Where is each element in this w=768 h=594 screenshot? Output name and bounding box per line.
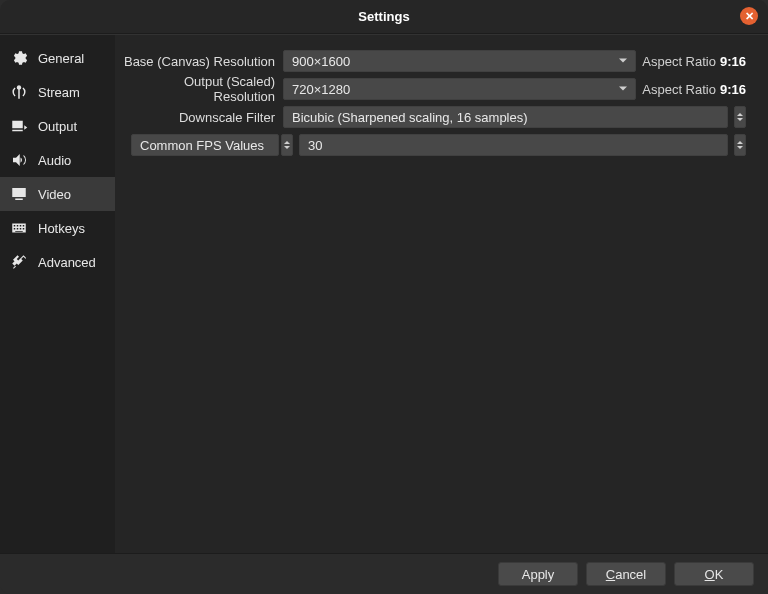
- sidebar-item-label: Audio: [38, 153, 71, 168]
- fps-value: 30: [308, 138, 322, 153]
- dialog-footer: Apply Cancel OK: [0, 554, 768, 594]
- base-resolution-label: Base (Canvas) Resolution: [123, 54, 283, 69]
- sidebar-item-output[interactable]: Output: [0, 109, 115, 143]
- downscale-filter-select[interactable]: Bicubic (Sharpened scaling, 16 samples): [283, 106, 728, 128]
- output-resolution-combo[interactable]: 720×1280: [283, 78, 636, 100]
- sidebar: General Stream Output Audio Video: [0, 35, 115, 553]
- speaker-icon: [8, 149, 30, 171]
- fps-mode-stepper[interactable]: [281, 134, 293, 156]
- fps-mode-value: Common FPS Values: [140, 138, 264, 153]
- sidebar-item-label: Stream: [38, 85, 80, 100]
- sidebar-item-advanced[interactable]: Advanced: [0, 245, 115, 279]
- aspect-ratio-label: Aspect Ratio: [642, 82, 716, 97]
- gear-icon: [8, 47, 30, 69]
- antenna-icon: [8, 81, 30, 103]
- fps-mode-select[interactable]: Common FPS Values: [131, 134, 279, 156]
- dialog-body: General Stream Output Audio Video: [0, 34, 768, 554]
- sidebar-item-general[interactable]: General: [0, 41, 115, 75]
- sidebar-item-label: Advanced: [38, 255, 96, 270]
- cancel-button[interactable]: Cancel: [586, 562, 666, 586]
- monitor-icon: [8, 183, 30, 205]
- output-aspect-ratio: Aspect Ratio 9:16: [642, 82, 746, 97]
- sidebar-item-audio[interactable]: Audio: [0, 143, 115, 177]
- aspect-ratio-value: 9:16: [720, 82, 746, 97]
- close-icon: ✕: [745, 11, 754, 22]
- tools-icon: [8, 251, 30, 273]
- sidebar-item-label: Output: [38, 119, 77, 134]
- base-resolution-combo[interactable]: 900×1600: [283, 50, 636, 72]
- output-icon: [8, 115, 30, 137]
- aspect-ratio-label: Aspect Ratio: [642, 54, 716, 69]
- base-resolution-value: 900×1600: [292, 54, 350, 69]
- row-output-resolution: Output (Scaled) Resolution 720×1280 Aspe…: [123, 77, 746, 101]
- sidebar-item-video[interactable]: Video: [0, 177, 115, 211]
- keyboard-icon: [8, 217, 30, 239]
- ok-button[interactable]: OK: [674, 562, 754, 586]
- sidebar-item-label: General: [38, 51, 84, 66]
- window-title: Settings: [358, 9, 409, 24]
- downscale-filter-stepper[interactable]: [734, 106, 746, 128]
- sidebar-item-stream[interactable]: Stream: [0, 75, 115, 109]
- row-fps: Common FPS Values 30: [123, 133, 746, 157]
- aspect-ratio-value: 9:16: [720, 54, 746, 69]
- fps-value-select[interactable]: 30: [299, 134, 728, 156]
- row-base-resolution: Base (Canvas) Resolution 900×1600 Aspect…: [123, 49, 746, 73]
- apply-button[interactable]: Apply: [498, 562, 578, 586]
- apply-label: Apply: [522, 567, 555, 582]
- downscale-filter-value: Bicubic (Sharpened scaling, 16 samples): [292, 110, 528, 125]
- row-downscale-filter: Downscale Filter Bicubic (Sharpened scal…: [123, 105, 746, 129]
- titlebar: Settings ✕: [0, 0, 768, 34]
- output-resolution-label: Output (Scaled) Resolution: [123, 74, 283, 104]
- video-settings-panel: Base (Canvas) Resolution 900×1600 Aspect…: [115, 35, 768, 553]
- downscale-filter-label: Downscale Filter: [123, 110, 283, 125]
- sidebar-item-hotkeys[interactable]: Hotkeys: [0, 211, 115, 245]
- sidebar-item-label: Video: [38, 187, 71, 202]
- output-resolution-value: 720×1280: [292, 82, 350, 97]
- fps-value-stepper[interactable]: [734, 134, 746, 156]
- base-aspect-ratio: Aspect Ratio 9:16: [642, 54, 746, 69]
- close-button[interactable]: ✕: [740, 7, 758, 25]
- sidebar-item-label: Hotkeys: [38, 221, 85, 236]
